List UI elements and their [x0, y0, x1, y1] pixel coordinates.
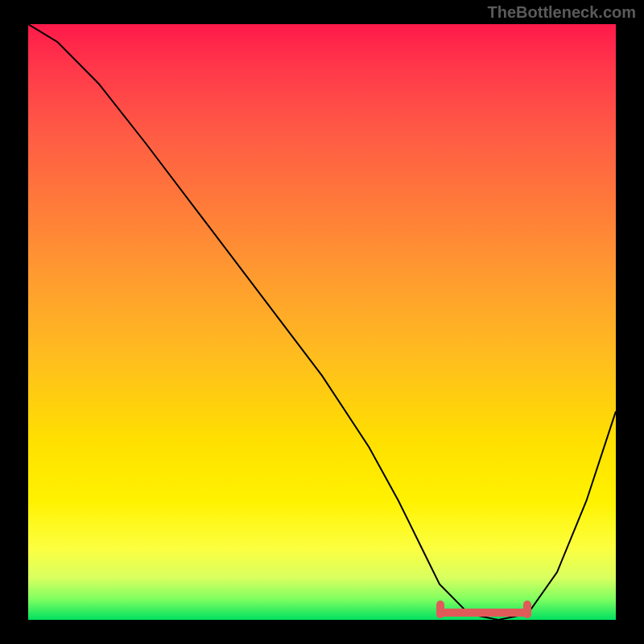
- optimal-range-right-cap: [523, 601, 531, 618]
- plot-area: [28, 24, 616, 620]
- bottleneck-curve: [28, 24, 616, 620]
- watermark-text: TheBottleneck.com: [488, 3, 636, 22]
- optimal-range-marker: [440, 609, 528, 617]
- optimal-range-left-cap: [436, 601, 444, 618]
